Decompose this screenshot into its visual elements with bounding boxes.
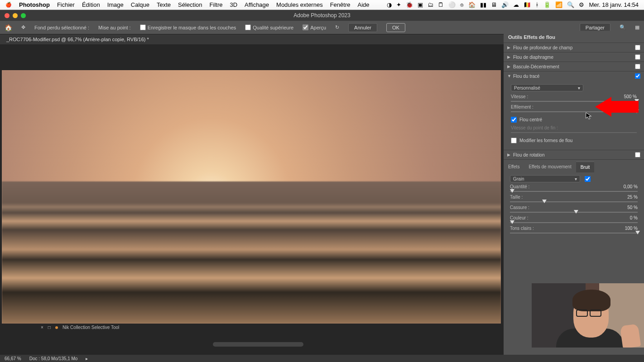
noise-toggle[interactable]: [585, 176, 591, 182]
ok-button[interactable]: OK: [386, 23, 405, 32]
centered-blur-checkbox[interactable]: [511, 117, 517, 123]
endpoint-speed-label: Vitesse du point de fin :: [511, 125, 618, 130]
chevron-down-icon: ▾: [578, 86, 580, 90]
spin-blur-section[interactable]: ▶Flou de rotation: [504, 150, 644, 159]
save-mask-checkbox[interactable]: Enregistrer le masque dans les couches: [140, 24, 236, 30]
highlight-label: Tons clairs :: [510, 226, 619, 231]
status-tray[interactable]: ◑ ✦ 🐞 ▣ 🗂 🗒 ⚪ ⌾ 🏠 ▮▮ 🖥 🔊 ☁ 🇧🇪 ᚼ 🔋 📶 🔍 ⚙ …: [387, 1, 639, 8]
document-canvas[interactable]: [2, 70, 501, 324]
taper-slider[interactable]: [511, 110, 637, 114]
color-label: Couleur :: [510, 215, 619, 220]
canvas-area: × □ Nik Collection Selective Tool: [0, 44, 504, 355]
menu-affichage[interactable]: Affichage: [245, 1, 269, 8]
iris-blur-section[interactable]: ▶Flou de diaphragme: [504, 52, 644, 62]
iris-blur-toggle[interactable]: [635, 54, 640, 60]
highlight-slider[interactable]: [510, 231, 638, 235]
menu-modules[interactable]: Modules externes: [276, 1, 323, 8]
menu-selection[interactable]: Sélection: [178, 1, 202, 8]
clock[interactable]: Mer. 18 janv. 14:54: [589, 1, 639, 8]
menu-filtre[interactable]: Filtre: [210, 1, 223, 8]
path-blur-toggle[interactable]: [635, 73, 640, 79]
menu-fenetre[interactable]: Fenêtre: [330, 1, 351, 8]
search-icon[interactable]: 🔍: [567, 1, 574, 8]
battery-icon[interactable]: 🔋: [543, 1, 551, 8]
tray-icon[interactable]: ☁: [513, 1, 519, 8]
tilt-shift-toggle[interactable]: [635, 64, 640, 69]
color-value[interactable]: 0 %: [619, 215, 638, 220]
control-center-icon[interactable]: ⚙: [579, 1, 584, 8]
size-value[interactable]: 25 %: [619, 195, 638, 200]
search-icon[interactable]: 🔍: [620, 24, 626, 30]
tab-motion[interactable]: Effets de mouvement: [524, 162, 576, 172]
status-chevron-icon[interactable]: ▸: [86, 356, 88, 361]
taper-value[interactable]: 100 %: [618, 105, 637, 110]
field-blur-section[interactable]: ▶Flou de profondeur de champ: [504, 43, 644, 52]
menu-aide[interactable]: Aide: [357, 1, 369, 8]
menu-calque[interactable]: Calque: [131, 1, 149, 8]
nik-toolbar[interactable]: × □ Nik Collection Selective Tool: [41, 325, 119, 330]
menu-image[interactable]: Image: [107, 1, 124, 8]
tray-icon[interactable]: 🗂: [428, 1, 433, 8]
tray-icon[interactable]: ⌾: [460, 1, 464, 8]
menu-3d[interactable]: 3D: [230, 1, 237, 8]
menu-fichier[interactable]: Fichier: [57, 1, 75, 8]
close-icon[interactable]: ×: [41, 325, 43, 330]
noise-type-dropdown[interactable]: Grain▾: [510, 175, 580, 182]
rough-label: Cassure :: [510, 205, 619, 210]
tool-icon[interactable]: ✥: [21, 24, 25, 30]
field-blur-toggle[interactable]: [635, 45, 640, 50]
macos-menubar[interactable]: 🍎 Photoshop Fichier Édition Image Calque…: [0, 0, 644, 10]
expand-icon[interactable]: □: [48, 325, 51, 330]
path-blur-section[interactable]: ▼Flou du tracé: [504, 71, 644, 81]
spin-blur-toggle[interactable]: [635, 152, 640, 157]
tray-icon[interactable]: 🏠: [468, 1, 476, 8]
endpoint-speed-slider: [511, 130, 637, 135]
tray-icon[interactable]: 🇧🇪: [524, 1, 531, 8]
zoom-level[interactable]: 66,67 %: [5, 356, 21, 361]
rough-value[interactable]: 50 %: [619, 205, 638, 210]
size-slider[interactable]: [510, 200, 638, 204]
tray-icon[interactable]: ▮▮: [480, 1, 486, 8]
app-name[interactable]: Photoshop: [19, 1, 50, 8]
reset-icon[interactable]: ↻: [335, 24, 339, 30]
tray-icon[interactable]: 🔊: [501, 1, 509, 8]
tab-effects[interactable]: Effets: [504, 162, 524, 172]
amount-value[interactable]: 0,00 %: [619, 184, 638, 189]
quality-checkbox[interactable]: Qualité supérieure: [245, 24, 293, 30]
tray-icon[interactable]: 🖥: [491, 1, 497, 8]
nik-label: Nik Collection Selective Tool: [62, 325, 119, 330]
home-icon[interactable]: 🏠: [5, 24, 12, 31]
menu-edition[interactable]: Édition: [82, 1, 100, 8]
speed-slider[interactable]: [511, 99, 637, 104]
tilt-shift-section[interactable]: ▶Bascule-Décentrement: [504, 62, 644, 71]
apple-icon[interactable]: 🍎: [5, 2, 12, 8]
tray-icon[interactable]: ▣: [418, 1, 423, 8]
tab-noise[interactable]: Bruit: [576, 162, 595, 172]
taper-label: Effilement :: [511, 105, 618, 110]
tray-icon[interactable]: 🐞: [406, 1, 413, 8]
tray-icon[interactable]: ◑: [387, 1, 392, 8]
tray-icon[interactable]: 🗒: [438, 1, 444, 8]
speed-value[interactable]: 500 %: [618, 94, 637, 99]
centered-blur-label: Flou centré: [519, 117, 542, 122]
path-preset-dropdown[interactable]: Personnalisé▾: [511, 84, 583, 91]
document-tab[interactable]: _ROC7706-Modifier.psd @ 66,7% (Arrière-p…: [6, 37, 149, 42]
workspace-icon[interactable]: ▦: [635, 24, 639, 30]
horizontal-scrollbar[interactable]: [213, 342, 303, 347]
edit-shapes-checkbox[interactable]: [511, 138, 517, 143]
preview-checkbox[interactable]: Aperçu: [303, 24, 326, 30]
rough-slider[interactable]: [510, 210, 638, 214]
color-slider[interactable]: [510, 220, 638, 225]
blur-gallery-panel: Outils Effets de flou ▶Flou de profondeu…: [504, 31, 644, 355]
bluetooth-icon[interactable]: ᚼ: [535, 1, 539, 8]
tray-icon[interactable]: ⚪: [448, 1, 456, 8]
speed-label: Vitesse :: [511, 94, 618, 99]
tray-icon[interactable]: ✦: [396, 1, 401, 8]
doc-size[interactable]: Doc : 58,0 Mo/135,1 Mo: [29, 356, 78, 361]
cancel-button[interactable]: Annuler: [348, 23, 377, 32]
menu-texte[interactable]: Texte: [157, 1, 171, 8]
window-titlebar: Adobe Photoshop 2023: [0, 10, 644, 21]
highlight-value[interactable]: 100 %: [619, 226, 638, 231]
amount-slider[interactable]: [510, 189, 638, 194]
wifi-icon[interactable]: 📶: [555, 1, 562, 8]
